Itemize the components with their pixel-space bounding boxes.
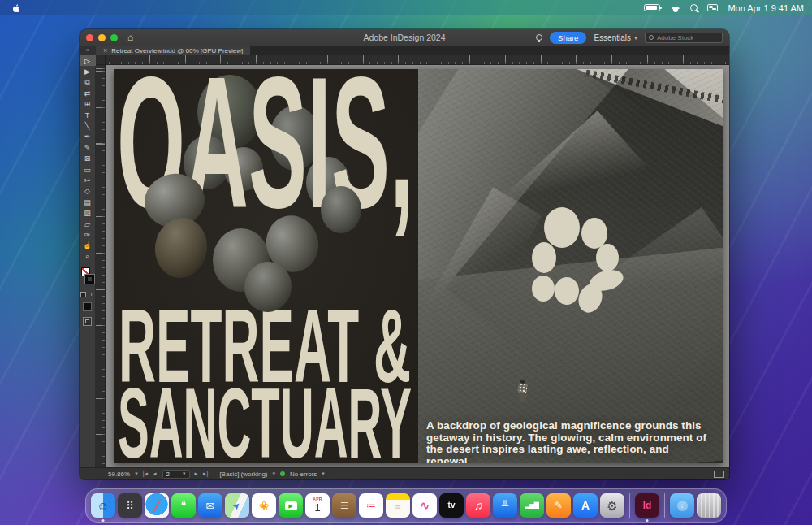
direct-selection-tool[interactable]: ▶	[80, 66, 96, 76]
dock-finder[interactable]: ☺	[91, 493, 115, 518]
control-center-icon[interactable]	[707, 4, 718, 11]
content-collector-tool[interactable]: ⊞	[80, 99, 96, 110]
indesign-window: ⌂ Adobe InDesign 2024 Share Essentials ▾…	[80, 29, 729, 479]
logo-pebble-dot	[532, 276, 555, 302]
battery-icon[interactable]	[644, 4, 660, 11]
minimize-window-button[interactable]	[98, 34, 106, 41]
dock-photos[interactable]: ❀	[252, 493, 276, 518]
dock-maps[interactable]: ➤	[225, 493, 249, 518]
menu-bar: Mon Apr 1 9:41 AM	[0, 0, 812, 15]
preflight-errors-label[interactable]: No errors	[290, 471, 317, 478]
spotlight-search-icon[interactable]	[690, 4, 698, 11]
next-page-button[interactable]: ▸	[195, 471, 199, 477]
close-tab-icon[interactable]: ×	[103, 46, 107, 54]
dock-keynote[interactable]: ╨	[493, 493, 517, 518]
dock-contacts[interactable]: ☰	[332, 493, 356, 518]
window-titlebar[interactable]: ⌂ Adobe InDesign 2024 Share Essentials ▾…	[80, 29, 729, 46]
apple-menu-icon[interactable]	[11, 3, 21, 13]
logo-pebble-dot	[532, 242, 556, 273]
dock-appstore[interactable]: A	[573, 493, 598, 518]
note-tool[interactable]: ▱	[80, 219, 96, 229]
line-tool[interactable]: ╲	[80, 120, 96, 131]
first-page-button[interactable]: |◂	[143, 471, 149, 477]
wifi-icon[interactable]	[670, 4, 680, 12]
pencil-tool[interactable]: ✎	[80, 142, 96, 153]
zoom-chevron-icon[interactable]: ▾	[135, 471, 138, 477]
dock-appletv[interactable]: tv	[439, 493, 464, 518]
type-tool[interactable]: T	[80, 110, 96, 120]
document-tab-bar: » × Retreat Overview.indd @ 60% [GPU Pre…	[80, 46, 729, 55]
eyedropper-tool[interactable]: ✑	[80, 229, 96, 240]
headline-sanctuary: SANCTUARY	[118, 368, 412, 463]
page-chevron-icon: ▾	[183, 471, 186, 477]
dock-indesign[interactable]: Id	[635, 493, 659, 518]
dock-facetime[interactable]: ▶	[279, 493, 303, 518]
preflight-preset[interactable]: [Basic] (working)	[219, 471, 267, 478]
dock-separator[interactable]	[664, 493, 665, 518]
dock: ☺ ⠿ ╱ ❝ ✉ ➤ ❀ ▶	[85, 488, 727, 523]
format-text-icon[interactable]: T	[89, 292, 94, 297]
lightbulb-learn-icon[interactable]	[536, 34, 542, 41]
zoom-window-button[interactable]	[110, 34, 118, 41]
document-canvas[interactable]: OASIS, RETREAT & SANCTUARY	[106, 65, 729, 467]
prev-page-button[interactable]: ◂	[153, 471, 158, 477]
tools-panel: ▷▶⧉⇄⊞T╲✒✎⊠▭✂◇▤▨▱✑☝⌕T	[80, 55, 96, 467]
dock-messages[interactable]: ❝	[171, 493, 196, 518]
horizontal-ruler[interactable]	[106, 55, 729, 65]
close-window-button[interactable]	[86, 34, 93, 41]
pen-tool[interactable]: ✒	[80, 132, 96, 142]
last-page-button[interactable]: ▸|	[203, 471, 209, 477]
share-button[interactable]: Share	[550, 32, 586, 44]
hand-tool[interactable]: ☝	[80, 241, 96, 251]
page-number-box[interactable]: 2 ▾	[162, 470, 190, 479]
dock-settings[interactable]: ⚙	[600, 493, 624, 518]
rectangle-tool[interactable]: ▭	[80, 164, 96, 175]
dock-trash[interactable]	[697, 493, 721, 518]
format-container-icon[interactable]	[80, 292, 86, 297]
adobe-stock-search[interactable]: Adobe Stock	[645, 33, 723, 43]
scissors-tool[interactable]: ✂	[80, 175, 96, 185]
dock-reminders[interactable]: ≔	[359, 493, 383, 518]
preset-chevron-icon[interactable]: ▾	[273, 471, 276, 477]
spread: OASIS, RETREAT & SANCTUARY	[114, 69, 723, 463]
page-tool[interactable]: ⧉	[80, 77, 96, 88]
page-left[interactable]: OASIS, RETREAT & SANCTUARY	[114, 69, 418, 463]
dock-launchpad[interactable]: ⠿	[118, 493, 142, 518]
logo-pebble-dot	[555, 277, 579, 305]
logo-pebble-dot	[544, 207, 580, 248]
dock-notes[interactable]: ≡	[386, 493, 410, 518]
frame-tool[interactable]: ⊠	[80, 154, 96, 164]
selection-tool[interactable]: ▷	[80, 55, 96, 66]
vertical-ruler[interactable]	[96, 65, 106, 467]
spread-view-icon[interactable]	[714, 471, 724, 478]
free-transform-tool[interactable]: ◇	[80, 186, 96, 197]
zoom-level[interactable]: 59.86%	[108, 471, 130, 478]
dock-mail[interactable]: ✉	[198, 493, 222, 518]
tab-overflow-icon[interactable]: »	[80, 46, 96, 55]
gradient-swatch-tool[interactable]: ▤	[80, 197, 96, 207]
dock-safari[interactable]: ╱	[145, 493, 169, 518]
screen-mode-button[interactable]	[83, 317, 92, 326]
gap-tool[interactable]: ⇄	[80, 88, 96, 98]
page-right[interactable]: A backdrop of geological magnificence gr…	[418, 69, 723, 463]
logo-pebble-dot	[596, 244, 619, 271]
dock-numbers[interactable]: ▂▅▇	[520, 493, 544, 518]
dock-music[interactable]: ♫	[466, 493, 490, 518]
stock-placeholder: Adobe Stock	[657, 34, 693, 41]
dock-calendar[interactable]: APR 1	[305, 493, 330, 518]
fill-stroke-swatches[interactable]	[80, 267, 96, 287]
errors-chevron-icon[interactable]: ▾	[322, 471, 325, 477]
zoom-tool[interactable]: ⌕	[80, 251, 96, 262]
dock-separator[interactable]	[629, 493, 630, 518]
dock-downloads[interactable]: ↓	[670, 493, 694, 518]
workspace-switcher[interactable]: Essentials ▾	[594, 33, 637, 42]
home-icon[interactable]: ⌂	[127, 33, 133, 42]
apply-color-button[interactable]	[83, 302, 92, 311]
dock-pages[interactable]: ✎	[546, 493, 571, 518]
gradient-feather-tool[interactable]: ▨	[80, 207, 96, 218]
ruler-corner[interactable]	[96, 55, 106, 65]
stroke-swatch[interactable]	[85, 275, 94, 284]
dock-freeform[interactable]: ∿	[412, 493, 437, 518]
menu-bar-clock[interactable]: Mon Apr 1 9:41 AM	[728, 3, 804, 13]
document-tab[interactable]: × Retreat Overview.indd @ 60% [GPU Previ…	[96, 46, 250, 55]
